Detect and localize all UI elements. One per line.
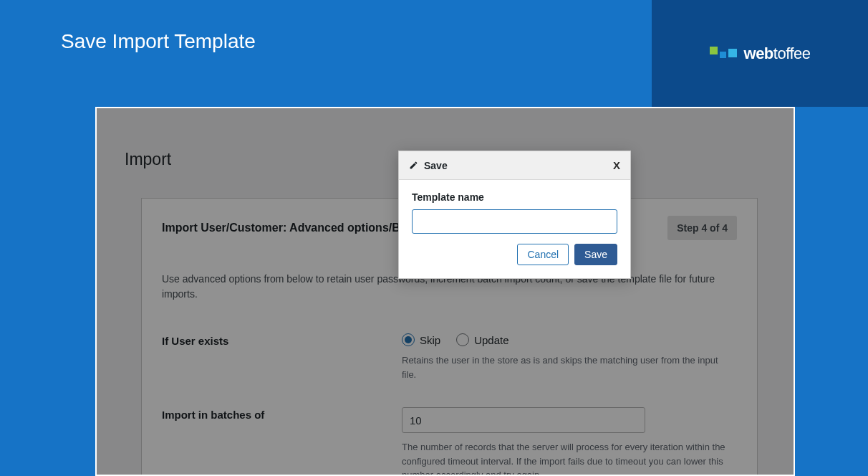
save-button[interactable]: Save — [574, 244, 617, 265]
cancel-button[interactable]: Cancel — [517, 244, 569, 265]
screenshot-frame: Import Import User/Customer: Advanced op… — [95, 107, 795, 476]
logo-mark-icon — [710, 45, 738, 62]
app-surface: Import Import User/Customer: Advanced op… — [97, 108, 794, 475]
modal-title: Save — [424, 160, 448, 171]
template-name-label: Template name — [412, 191, 617, 203]
slide-title: Save Import Template — [61, 30, 256, 53]
modal-close-button[interactable]: X — [613, 159, 620, 171]
brand-panel: webtoffee — [652, 0, 868, 107]
brand-wordmark: webtoffee — [744, 44, 811, 63]
slide-canvas: webtoffee Save Import Template Import Im… — [0, 0, 868, 476]
pencil-icon — [409, 161, 418, 170]
template-name-input[interactable] — [412, 209, 617, 234]
save-template-modal: Save X Template name Cancel Save — [398, 151, 631, 279]
brand-logo: webtoffee — [710, 44, 811, 63]
